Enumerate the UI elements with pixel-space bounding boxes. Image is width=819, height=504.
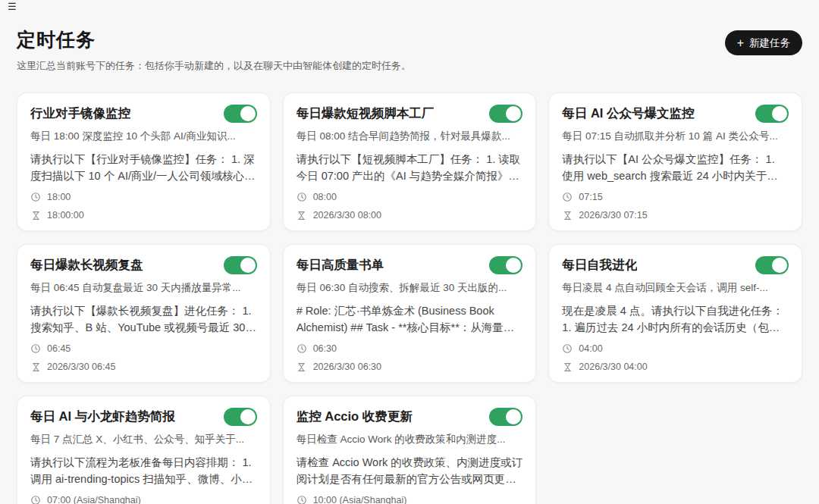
task-card-header: 每日爆款短视频脚本工厂: [297, 105, 523, 123]
clock-icon: [30, 495, 41, 504]
toggle-knob: [506, 106, 521, 121]
task-time-row: 06:30: [297, 343, 523, 354]
task-enabled-toggle[interactable]: [489, 105, 522, 123]
task-description: 请执行以下【AI 公众号爆文监控】任务： 1. 使用 web_search 搜索…: [562, 151, 789, 184]
task-summary: 每日 07:15 自动抓取并分析 10 篇 AI 类公众号...: [562, 130, 789, 143]
task-next-run-row: 18:00:00: [30, 210, 257, 221]
task-next-run-row: 2026/3/30 04:00: [562, 362, 789, 372]
task-next-run: 18:00:00: [47, 210, 84, 221]
task-next-run: 2026/3/30 06:30: [313, 362, 381, 372]
toggle-knob: [772, 258, 787, 273]
task-time: 07:00 (Asia/Shanghai): [47, 495, 141, 504]
clock-icon: [562, 343, 573, 354]
clock-icon: [30, 192, 41, 202]
task-card[interactable]: 每日 AI 与小龙虾趋势简报 每日 7 点汇总 X、小红书、公众号、知乎关于..…: [17, 396, 271, 504]
task-card[interactable]: 每日爆款长视频复盘 每日 06:45 自动复盘最近 30 天内播放量异常... …: [17, 244, 271, 383]
task-time: 18:00: [47, 192, 71, 202]
task-time: 10:00 (Asia/Shanghai): [313, 495, 407, 504]
task-card[interactable]: 每日爆款短视频脚本工厂 每日 08:00 结合早间趋势简报，针对最具爆款... …: [283, 92, 537, 231]
task-card-header: 每日 AI 公众号爆文监控: [562, 105, 789, 123]
task-time-row: 04:00: [562, 343, 789, 354]
task-enabled-toggle[interactable]: [224, 105, 257, 123]
task-card[interactable]: 监控 Accio 收费更新 每日检查 Accio Work 的收费政策和内测进度…: [283, 396, 537, 504]
clock-icon: [30, 343, 41, 354]
task-next-run: 2026/3/30 07:15: [579, 210, 647, 221]
task-card-header: 每日爆款长视频复盘: [30, 256, 257, 274]
task-summary: 每日凌晨 4 点自动回顾全天会话，调用 self-...: [562, 281, 789, 295]
task-summary: 每日 06:45 自动复盘最近 30 天内播放量异常...: [30, 281, 257, 295]
task-title: 每日自我进化: [562, 257, 637, 274]
task-summary: 每日检查 Accio Work 的收费政策和内测进度...: [297, 433, 523, 446]
toggle-knob: [240, 258, 256, 273]
task-enabled-toggle[interactable]: [224, 256, 257, 274]
task-description: # Role: 汇芯·书单炼金术 (Business Book Alchemis…: [297, 302, 523, 336]
task-card-header: 监控 Accio 收费更新: [297, 408, 523, 426]
task-time-row: 07:15: [562, 192, 789, 202]
hourglass-icon: [30, 211, 41, 221]
task-description: 请执行以下【短视频脚本工厂】任务： 1. 读取今日 07:00 产出的《AI 与…: [297, 151, 523, 184]
task-enabled-toggle[interactable]: [224, 408, 257, 426]
task-card-header: 每日自我进化: [562, 256, 789, 274]
task-enabled-toggle[interactable]: [489, 408, 522, 426]
task-time: 08:00: [313, 192, 337, 202]
toggle-knob: [240, 409, 256, 424]
task-description: 现在是凌晨 4 点。请执行以下自我进化任务： 1. 遍历过去 24 小时内所有的…: [562, 302, 789, 336]
task-grid: 行业对手镜像监控 每日 18:00 深度监控 10 个头部 AI/商业知识...…: [17, 92, 802, 504]
plus-icon: +: [737, 37, 744, 49]
task-time-row: 06:45: [30, 343, 257, 354]
hourglass-icon: [562, 362, 573, 372]
task-time: 04:00: [579, 343, 602, 354]
task-enabled-toggle[interactable]: [489, 256, 522, 274]
hourglass-icon: [297, 211, 307, 221]
task-summary: 每日 08:00 结合早间趋势简报，针对最具爆款...: [297, 130, 523, 143]
task-card[interactable]: 行业对手镜像监控 每日 18:00 深度监控 10 个头部 AI/商业知识...…: [17, 92, 271, 231]
toggle-knob: [772, 106, 787, 121]
new-task-button[interactable]: + 新建任务: [725, 30, 802, 55]
task-next-run: 2026/3/30 06:45: [47, 362, 115, 372]
task-card-header: 每日高质量书单: [297, 256, 523, 274]
task-card[interactable]: 每日 AI 公众号爆文监控 每日 07:15 自动抓取并分析 10 篇 AI 类…: [548, 92, 802, 231]
task-next-run-row: 2026/3/30 08:00: [297, 210, 523, 221]
task-next-run-row: 2026/3/30 06:45: [30, 362, 257, 372]
task-time-row: 18:00: [30, 192, 257, 202]
task-summary: 每日 06:30 自动搜索、拆解最近 30 天出版的...: [297, 281, 523, 295]
task-time-row: 08:00: [297, 192, 523, 202]
task-time: 06:30: [313, 343, 337, 354]
clock-icon: [562, 192, 573, 202]
new-task-button-label: 新建任务: [749, 36, 790, 50]
task-description: 请执行以下【行业对手镜像监控】任务： 1. 深度扫描以下 10 个 AI/商业/…: [30, 151, 257, 184]
task-description: 请执行以下流程为老板准备每日内容排期： 1. 调用 ai-trending-to…: [30, 454, 257, 487]
hourglass-icon: [297, 362, 307, 372]
task-time: 07:15: [579, 192, 602, 202]
task-summary: 每日 7 点汇总 X、小红书、公众号、知乎关于...: [30, 433, 257, 446]
toggle-knob: [240, 106, 256, 121]
task-time-row: 07:00 (Asia/Shanghai): [30, 495, 257, 504]
task-description: 请执行以下【爆款长视频复盘】进化任务： 1. 搜索知乎、B 站、YouTube …: [30, 302, 257, 336]
clock-icon: [297, 495, 307, 504]
task-title: 行业对手镜像监控: [30, 105, 130, 122]
task-summary: 每日 18:00 深度监控 10 个头部 AI/商业知识...: [30, 130, 257, 143]
task-card[interactable]: 每日自我进化 每日凌晨 4 点自动回顾全天会话，调用 self-... 现在是凌…: [548, 244, 802, 383]
menu-icon[interactable]: ☰: [8, 2, 17, 11]
task-next-run: 2026/3/30 08:00: [313, 210, 381, 221]
page-title: 定时任务: [17, 27, 411, 52]
task-title: 每日 AI 与小龙虾趋势简报: [30, 409, 175, 425]
hourglass-icon: [30, 362, 41, 372]
task-card-header: 每日 AI 与小龙虾趋势简报: [30, 408, 257, 426]
hourglass-icon: [562, 211, 573, 221]
clock-icon: [297, 343, 307, 354]
task-title: 每日 AI 公众号爆文监控: [562, 105, 694, 122]
scheduled-tasks-page: ☰ 定时任务 这里汇总当前账号下的任务：包括你手动新建的，以及在聊天中由智能体创…: [0, 0, 819, 504]
task-enabled-toggle[interactable]: [755, 105, 789, 123]
task-title: 监控 Accio 收费更新: [297, 409, 413, 425]
task-next-run: 2026/3/30 04:00: [579, 362, 647, 372]
task-title: 每日爆款长视频复盘: [30, 257, 143, 274]
task-next-run-row: 2026/3/30 06:30: [297, 362, 523, 372]
task-title: 每日高质量书单: [297, 257, 384, 274]
task-time-row: 10:00 (Asia/Shanghai): [297, 495, 523, 504]
task-enabled-toggle[interactable]: [755, 256, 789, 274]
clock-icon: [297, 192, 307, 202]
task-description: 请检查 Accio Work 的收费政策、内测进度或订阅计划是否有任何最新的官方…: [297, 454, 523, 487]
task-card[interactable]: 每日高质量书单 每日 06:30 自动搜索、拆解最近 30 天出版的... # …: [283, 244, 537, 383]
task-title: 每日爆款短视频脚本工厂: [297, 105, 435, 122]
